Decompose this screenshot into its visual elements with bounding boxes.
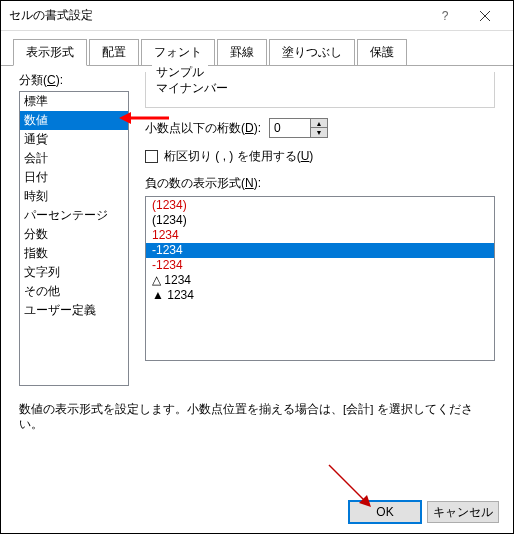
tab-5[interactable]: 保護 [357,39,407,65]
checkbox-box [145,150,158,163]
category-item[interactable]: パーセンテージ [20,206,128,225]
category-item[interactable]: 日付 [20,168,128,187]
negative-item[interactable]: -1234 [146,258,494,273]
sample-value: マイナンバー [156,80,484,97]
decimals-spinner[interactable]: ▲ ▼ [269,118,328,138]
negative-item[interactable]: -1234 [146,243,494,258]
tab-4[interactable]: 塗りつぶし [269,39,355,65]
sample-box: サンプル マイナンバー [145,72,495,108]
category-item[interactable]: 通貨 [20,130,128,149]
spin-down[interactable]: ▼ [311,128,327,137]
category-item[interactable]: 数値 [20,111,128,130]
close-icon [480,11,490,21]
close-button[interactable] [465,2,505,30]
cancel-button[interactable]: キャンセル [427,501,499,523]
category-item[interactable]: 標準 [20,92,128,111]
help-button[interactable]: ? [425,2,465,30]
tabs: 表示形式配置フォント罫線塗りつぶし保護 [1,35,513,66]
negative-item[interactable]: (1234) [146,213,494,228]
spin-up[interactable]: ▲ [311,119,327,128]
negative-item[interactable]: (1234) [146,198,494,213]
separator-label: 桁区切り ( , ) を使用する(U) [164,148,313,165]
category-item[interactable]: 文字列 [20,263,128,282]
negative-item[interactable]: 1234 [146,228,494,243]
category-list[interactable]: 標準数値通貨会計日付時刻パーセンテージ分数指数文字列その他ユーザー定義 [19,91,129,386]
window-title: セルの書式設定 [9,7,425,24]
negative-item[interactable]: ▲ 1234 [146,288,494,303]
decimals-input[interactable] [270,119,310,137]
negative-label: 負の数の表示形式(N): [145,175,495,192]
category-label: 分類(C): [19,72,129,89]
separator-checkbox[interactable]: 桁区切り ( , ) を使用する(U) [145,148,495,165]
category-item[interactable]: 会計 [20,149,128,168]
negative-item[interactable]: △ 1234 [146,273,494,288]
category-item[interactable]: ユーザー定義 [20,301,128,320]
tab-3[interactable]: 罫線 [217,39,267,65]
category-item[interactable]: 分数 [20,225,128,244]
description-text: 数値の表示形式を設定します。小数点位置を揃える場合は、[会計] を選択してくださ… [1,396,513,438]
ok-button[interactable]: OK [349,501,421,523]
category-item[interactable]: 時刻 [20,187,128,206]
decimals-label: 小数点以下の桁数(D): [145,120,261,137]
category-item[interactable]: 指数 [20,244,128,263]
tab-1[interactable]: 配置 [89,39,139,65]
tab-2[interactable]: フォント [141,39,215,65]
sample-label: サンプル [152,64,208,81]
titlebar: セルの書式設定 ? [1,1,513,31]
tab-0[interactable]: 表示形式 [13,39,87,66]
negative-list[interactable]: (1234)(1234)1234-1234-1234△ 1234▲ 1234 [145,196,495,361]
category-item[interactable]: その他 [20,282,128,301]
svg-line-4 [329,465,367,503]
